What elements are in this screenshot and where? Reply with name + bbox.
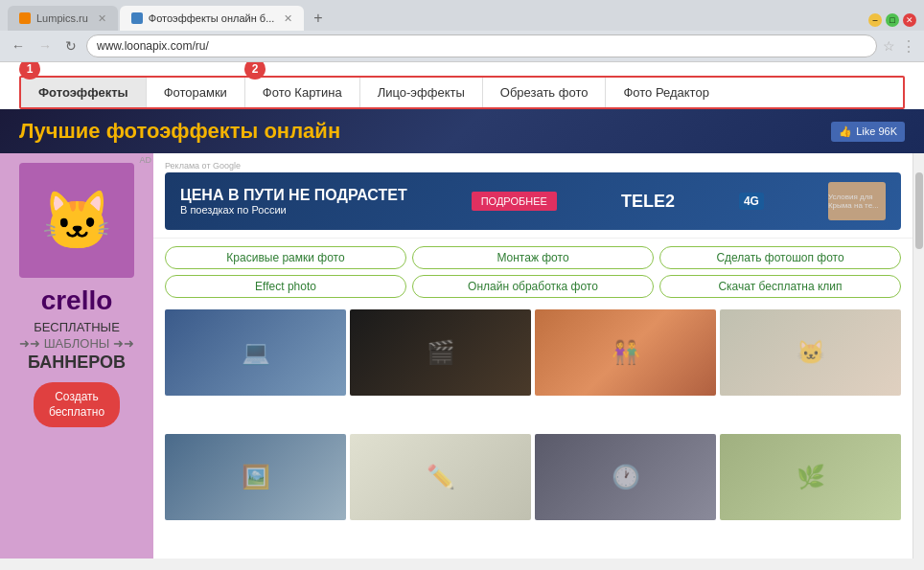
back-button[interactable]: ← — [8, 36, 29, 56]
like-button[interactable]: 👍 Like 96K — [831, 122, 905, 142]
cat-image: 🐱 — [19, 163, 134, 278]
tab-fotoramki[interactable]: Фоторамки — [147, 78, 245, 107]
photo-cell-1[interactable]: 💻 — [165, 309, 346, 396]
forward-button[interactable]: → — [35, 36, 56, 56]
bookmark-button[interactable]: ☆ — [883, 38, 895, 54]
tab-close-icon[interactable]: ✕ — [98, 12, 106, 25]
window-maximize-button[interactable]: □ — [886, 13, 899, 27]
sidebar-ad: AD 🐱 crello БЕСПЛАТНЫЕ ➜➜ ШАБЛОНЫ ➜➜ БАН… — [0, 153, 153, 559]
browser-tab-loonapix[interactable]: Фотоэффекты онлайн б... ✕ — [120, 6, 305, 31]
banner-ad-label: Реклама от Google — [165, 161, 901, 171]
ad-label: AD — [139, 155, 151, 165]
banner-ad-wrapper: Реклама от Google ЦЕНА В ПУТИ НЕ ПОДРАСТ… — [153, 153, 912, 239]
photo-cell-2[interactable]: 🎬 — [350, 309, 531, 396]
link-sdelat-fotoshop[interactable]: Сделать фотошоп фото — [659, 246, 901, 269]
photo-cell-8[interactable]: 🌿 — [720, 434, 901, 520]
tab-close-icon[interactable]: ✕ — [284, 12, 292, 25]
browser-tab-lumpics[interactable]: Lumpics.ru ✕ — [8, 6, 118, 31]
reload-button[interactable]: ↻ — [61, 36, 81, 56]
photo-cell-7[interactable]: 🕐 — [535, 434, 716, 520]
like-icon: 👍 — [839, 125, 852, 138]
menu-button[interactable]: ⋮ — [901, 37, 916, 56]
tab-obrezat-foto[interactable]: Обрезать фото — [483, 78, 607, 107]
banner-brand: TELE2 — [621, 192, 675, 212]
tab-label: Lumpics.ru — [36, 12, 88, 24]
banner-inner: ЦЕНА В ПУТИ НЕ ПОДРАСТЕТ В поездках по Р… — [165, 172, 901, 230]
banner-conditions: Условия для Крыма на те... — [828, 193, 886, 210]
link-skachat-klip[interactable]: Скачат бесплатна клип — [659, 275, 901, 298]
banner-main-text: ЦЕНА В ПУТИ НЕ ПОДРАСТЕТ — [180, 187, 407, 204]
tab-favicon — [131, 12, 143, 24]
window-minimize-button[interactable]: – — [868, 13, 882, 27]
link-krasivye-ramki[interactable]: Красивые рамки фото — [165, 246, 406, 269]
window-close-button[interactable]: ✕ — [903, 13, 916, 27]
tab-label: Фотоэффекты онлайн б... — [149, 12, 275, 24]
like-count: Like 96K — [856, 125, 897, 137]
address-input[interactable] — [86, 34, 877, 57]
link-montazh-foto[interactable]: Монтаж фото — [412, 246, 654, 269]
link-effect-photo[interactable]: Effect photo — [165, 275, 406, 298]
photo-cell-3[interactable]: 👫 — [535, 309, 716, 396]
nav-tabs: Фотоэффекты Фоторамки Фото Картина Лицо-… — [19, 76, 905, 109]
main-content: Реклама от Google ЦЕНА В ПУТИ НЕ ПОДРАСТ… — [153, 153, 912, 559]
ad-button-label: Создатьбесплатно — [49, 390, 104, 419]
new-tab-button[interactable]: + — [306, 6, 330, 31]
scrollbar[interactable] — [912, 153, 924, 559]
link-grid: Красивые рамки фото Монтаж фото Сделать … — [153, 239, 912, 306]
tab-foto-kartina[interactable]: Фото Картина — [245, 78, 360, 107]
photo-cell-5[interactable]: 🖼️ — [165, 434, 346, 520]
scrollbar-thumb[interactable] — [915, 172, 923, 249]
banner-sub-text: В поездках по России — [180, 204, 407, 216]
hero-title: Лучшие фотоэффекты онлайн — [19, 119, 340, 144]
banner-left: ЦЕНА В ПУТИ НЕ ПОДРАСТЕТ В поездках по Р… — [180, 187, 407, 216]
link-onlain-obrabotka[interactable]: Онлайн обработка фото — [412, 275, 654, 298]
banner-badge-4g: 4G — [739, 193, 764, 210]
photo-cell-4[interactable]: 🐱 — [720, 309, 901, 396]
tab-lico-effekty[interactable]: Лицо-эффекты — [360, 78, 483, 107]
hero-banner: Лучшие фотоэффекты онлайн 👍 Like 96K — [0, 109, 924, 153]
ad-brand: crello — [41, 285, 113, 316]
banner-right-image: Условия для Крыма на те... — [828, 182, 886, 220]
ad-arrow: ➜➜ ШАБЛОНЫ ➜➜ — [19, 336, 134, 351]
ad-text1: БЕСПЛАТНЫЕ — [34, 320, 120, 334]
photo-cell-6[interactable]: ✏️ — [350, 434, 531, 520]
banner-cta-button[interactable]: ПОДРОБНЕЕ — [472, 192, 557, 211]
tab-favicon — [19, 12, 31, 24]
photo-grid: 💻 🎬 👫 🐱 🖼️ ✏️ — [153, 306, 912, 559]
brand-name: TELE2 — [621, 192, 675, 212]
ad-text2: БАННЕРОВ — [28, 353, 126, 373]
tab-foto-redaktor[interactable]: Фото Редактор — [606, 78, 726, 107]
ad-create-button[interactable]: Создатьбесплатно — [34, 382, 120, 427]
tab-fotoeffekty[interactable]: Фотоэффекты — [21, 78, 147, 107]
